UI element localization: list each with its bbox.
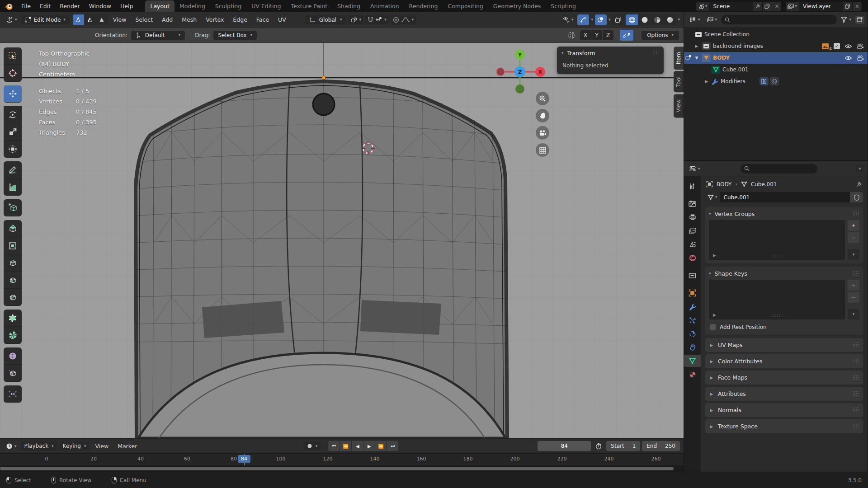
outliner-search-input[interactable] <box>721 15 837 24</box>
loop-cut-tool[interactable] <box>4 272 22 289</box>
workspace-tab-texture-paint[interactable]: Texture Paint <box>286 0 332 12</box>
menu-file[interactable]: File <box>17 1 35 11</box>
spin-tool[interactable] <box>4 327 22 344</box>
workspace-tab-animation[interactable]: Animation <box>365 0 404 12</box>
menu-uv[interactable]: UV <box>274 15 290 24</box>
physics-tab[interactable] <box>684 328 701 340</box>
bevel-tool[interactable] <box>4 254 22 272</box>
pivot-point-dropdown[interactable]: ▾ <box>349 15 364 24</box>
viewport-3d[interactable]: Top Orthographic (84) BODY Centimeters O… <box>0 43 684 438</box>
new-scene-button[interactable] <box>763 2 772 11</box>
jump-to-start-button[interactable]: ⏮ <box>328 441 340 451</box>
eye-icon[interactable] <box>844 44 852 49</box>
mesh-name-field[interactable]: Cube.001 <box>720 192 850 202</box>
mirror-y-button[interactable]: Y <box>591 30 602 40</box>
properties-options-button[interactable]: ▾ <box>855 164 864 173</box>
particles-tab[interactable] <box>684 314 701 326</box>
chevron-down-icon[interactable]: ▾ <box>678 18 680 22</box>
pin-icon[interactable] <box>856 181 862 187</box>
object-data-tab[interactable] <box>684 355 701 367</box>
camera-visibility-icon[interactable] <box>857 43 864 49</box>
tab-tool[interactable]: Tool <box>674 71 684 92</box>
shrink-fatten-tool[interactable] <box>4 385 22 403</box>
menu-window[interactable]: Window <box>85 1 115 11</box>
workspace-tab-uv-editing[interactable]: UV Editing <box>246 0 286 12</box>
normals-panel[interactable]: ▶Normals:::::::: <box>705 403 863 417</box>
navigation-gizmo[interactable]: Y X Z <box>496 47 546 97</box>
playback-menu[interactable]: Playback▾ <box>21 441 57 450</box>
pan-button[interactable] <box>536 109 549 122</box>
cursor-tool[interactable] <box>4 65 22 82</box>
blender-logo-icon[interactable] <box>4 2 14 10</box>
workspace-tab-compositing[interactable]: Compositing <box>443 0 488 12</box>
panel-drag-handle[interactable]: :::::::: <box>652 51 659 56</box>
wireframe-shading-button[interactable] <box>626 14 638 25</box>
delete-scene-button[interactable]: × <box>772 2 781 11</box>
drag-mode-dropdown[interactable]: Select Box ▾ <box>213 31 257 40</box>
move-tool[interactable] <box>4 85 22 103</box>
constraints-tab[interactable] <box>684 341 701 353</box>
timeline-view-menu[interactable]: View <box>91 441 112 451</box>
options-dropdown[interactable]: Options ▾ <box>642 31 679 40</box>
mirror-x-button[interactable]: X <box>580 30 591 40</box>
use-preview-range-button[interactable] <box>593 441 604 451</box>
resize-arrow-icon[interactable]: ▶ <box>713 313 716 317</box>
face-mode-button[interactable] <box>96 14 108 25</box>
menu-mesh[interactable]: Mesh <box>178 15 200 24</box>
edge-slide-tool[interactable] <box>4 365 22 382</box>
panel-drag-handle[interactable]: :::::::: <box>853 343 859 347</box>
breadcrumb-object[interactable]: BODY <box>717 181 731 188</box>
proportional-editing-controls[interactable]: ▾ <box>391 15 416 24</box>
menu-view[interactable]: View <box>109 15 130 24</box>
chevron-down-icon[interactable]: ▾ <box>591 18 593 22</box>
viewlayer-name-field[interactable]: ViewLayer <box>799 2 843 11</box>
panel-drag-handle[interactable]: :::::::: <box>853 212 859 216</box>
properties-editor-type-button[interactable]: ▾ <box>687 164 703 173</box>
chevron-down-icon[interactable]: ▾ <box>609 18 611 22</box>
symmetrize-modifier-iconbox[interactable] <box>770 77 779 85</box>
shape-key-specials-button[interactable]: ▾ <box>848 309 859 319</box>
delete-viewlayer-button[interactable]: × <box>853 2 862 11</box>
exclude-checkbox[interactable]: ✓ <box>834 43 840 49</box>
outliner-row-scene-collection[interactable]: Scene Collection <box>684 28 868 40</box>
material-tab[interactable] <box>684 368 701 380</box>
prev-keyframe-button[interactable]: ⏪ <box>340 441 351 451</box>
panel-drag-handle[interactable]: :::::::: <box>853 392 859 396</box>
chevron-down-icon[interactable]: ▾ <box>561 51 564 55</box>
panel-drag-handle[interactable]: :::::::: <box>853 272 859 276</box>
new-collection-button[interactable] <box>855 16 864 24</box>
autokey-button[interactable]: ▾ <box>303 442 321 450</box>
scene-browse-button[interactable]: ▾ <box>696 2 709 11</box>
workspace-tab-rendering[interactable]: Rendering <box>404 0 443 12</box>
snap-controls[interactable]: ▾ <box>365 15 389 24</box>
resize-arrow-icon[interactable]: ▶ <box>713 253 716 258</box>
render-tab[interactable] <box>684 197 701 210</box>
workspace-tab-modeling[interactable]: Modeling <box>175 0 210 12</box>
object-tab[interactable] <box>684 287 701 299</box>
panel-drag-handle[interactable]: :::::::: <box>853 408 859 413</box>
timeline-scrollbar[interactable] <box>0 465 684 472</box>
transform-orientation-dropdown[interactable]: Global ▾ <box>305 15 347 24</box>
outliner-row-body[interactable]: ▼ BODY <box>684 52 868 64</box>
remove-vertex-group-button[interactable]: − <box>848 232 859 243</box>
tool-orientation-dropdown[interactable]: Default ▾ <box>131 31 185 40</box>
remove-shape-key-button[interactable]: − <box>848 292 859 303</box>
menu-edit[interactable]: Edit <box>36 1 55 11</box>
next-keyframe-button[interactable]: ⏩ <box>375 441 387 451</box>
mirror-modifier-iconbox[interactable] <box>760 77 769 85</box>
smooth-tool[interactable] <box>4 347 22 365</box>
attributes-panel[interactable]: ▶Attributes:::::::: <box>705 387 863 401</box>
output-tab[interactable] <box>684 211 701 223</box>
box-select-tool[interactable] <box>4 47 22 65</box>
tab-view[interactable]: View <box>674 94 684 117</box>
rendered-shading-button[interactable] <box>664 14 676 25</box>
material-shading-button[interactable] <box>651 14 663 25</box>
rotate-tool[interactable] <box>4 106 22 123</box>
world-tab[interactable] <box>684 252 701 264</box>
scale-tool[interactable] <box>4 123 22 141</box>
add-rest-position-checkbox[interactable] <box>710 324 716 330</box>
panel-drag-handle[interactable]: :::::::: <box>853 359 859 364</box>
menu-add[interactable]: Add <box>158 15 176 24</box>
add-cube-tool[interactable] <box>4 199 22 216</box>
properties-search-input[interactable] <box>741 164 817 174</box>
